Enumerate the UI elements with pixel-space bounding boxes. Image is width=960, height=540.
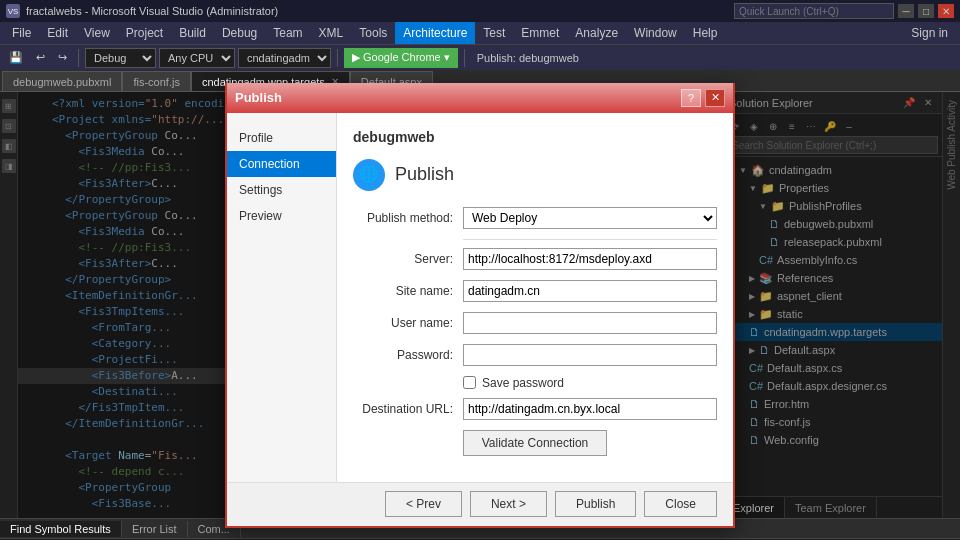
site-name-label: Site name: xyxy=(353,284,463,298)
menu-window[interactable]: Window xyxy=(626,22,685,44)
menu-test[interactable]: Test xyxy=(475,22,513,44)
config-select[interactable]: Debug Release xyxy=(85,48,156,68)
dialog-body: Profile Connection Settings Preview debu… xyxy=(227,113,733,482)
close-dialog-footer-button[interactable]: Close xyxy=(644,491,717,517)
menu-team[interactable]: Team xyxy=(265,22,310,44)
vs-icon: VS xyxy=(6,4,20,18)
tab-label: debugmweb.pubxml xyxy=(13,76,111,88)
server-input[interactable] xyxy=(463,248,717,270)
toolbar-save[interactable]: 💾 xyxy=(4,48,28,67)
main-area: ⊞ ⊡ ◧ ◨ <?xml version="1.0" encoding="ut… xyxy=(0,92,960,518)
maximize-button[interactable]: □ xyxy=(918,4,934,18)
publish-method-select[interactable]: Web Deploy xyxy=(463,207,717,229)
validate-connection-button[interactable]: Validate Connection xyxy=(463,430,608,456)
menu-analyze[interactable]: Analyze xyxy=(567,22,626,44)
dialog-header-row: 🌐 Publish xyxy=(353,159,717,191)
title-bar-right: ─ □ ✕ xyxy=(734,3,954,19)
publish-method-label: Publish method: xyxy=(353,211,463,225)
toolbar-sep1 xyxy=(78,49,79,67)
server-row: Server: xyxy=(353,248,717,270)
dialog-close-button[interactable]: ✕ xyxy=(705,89,725,107)
app-title: fractalwebs - Microsoft Visual Studio (A… xyxy=(26,5,278,17)
platform-select[interactable]: Any CPU xyxy=(159,48,235,68)
toolbar-undo[interactable]: ↩ xyxy=(31,48,50,67)
dialog-project-name: debugmweb xyxy=(353,129,717,145)
nav-preview[interactable]: Preview xyxy=(227,203,336,229)
destination-url-row: Destination URL: xyxy=(353,398,717,420)
password-row: Password: xyxy=(353,344,717,366)
title-bar-left: VS fractalwebs - Microsoft Visual Studio… xyxy=(6,4,278,18)
password-input[interactable] xyxy=(463,344,717,366)
nav-settings[interactable]: Settings xyxy=(227,177,336,203)
menu-architecture[interactable]: Architecture xyxy=(395,22,475,44)
dialog-title-buttons: ? ✕ xyxy=(681,89,725,107)
server-label: Server: xyxy=(353,252,463,266)
menu-view[interactable]: View xyxy=(76,22,118,44)
run-button[interactable]: ▶ Google Chrome ▾ xyxy=(344,48,458,68)
dialog-sidebar: Profile Connection Settings Preview xyxy=(227,113,337,482)
toolbar-sep2 xyxy=(337,49,338,67)
publish-globe-icon: 🌐 xyxy=(353,159,385,191)
dialog-footer: < Prev Next > Publish Close xyxy=(227,482,733,526)
tab-fisconf[interactable]: fis-conf.js xyxy=(122,71,190,91)
menu-build[interactable]: Build xyxy=(171,22,214,44)
toolbar-redo[interactable]: ↪ xyxy=(53,48,72,67)
dialog-title: Publish xyxy=(235,90,282,105)
menu-edit[interactable]: Edit xyxy=(39,22,76,44)
menu-file[interactable]: File xyxy=(4,22,39,44)
password-label: Password: xyxy=(353,348,463,362)
menu-debug[interactable]: Debug xyxy=(214,22,265,44)
minimize-button[interactable]: ─ xyxy=(898,4,914,18)
close-button[interactable]: ✕ xyxy=(938,4,954,18)
quick-launch-input[interactable] xyxy=(734,3,894,19)
save-password-row: Save password xyxy=(463,376,717,390)
next-button[interactable]: Next > xyxy=(470,491,547,517)
dialog-main-content: debugmweb 🌐 Publish Publish method: Web … xyxy=(337,113,733,482)
publish-label: Publish: debugmweb xyxy=(477,52,579,64)
site-name-input[interactable] xyxy=(463,280,717,302)
menu-project[interactable]: Project xyxy=(118,22,171,44)
tab-label: fis-conf.js xyxy=(133,76,179,88)
destination-url-label: Destination URL: xyxy=(353,402,463,416)
dialog-titlebar: Publish ? ✕ xyxy=(227,83,733,113)
menu-tools[interactable]: Tools xyxy=(351,22,395,44)
dialog-help-button[interactable]: ? xyxy=(681,89,701,107)
user-name-input[interactable] xyxy=(463,312,717,334)
nav-profile[interactable]: Profile xyxy=(227,125,336,151)
title-bar: VS fractalwebs - Microsoft Visual Studio… xyxy=(0,0,960,22)
menu-xml[interactable]: XML xyxy=(311,22,352,44)
save-password-checkbox[interactable] xyxy=(463,376,476,389)
site-name-row: Site name: xyxy=(353,280,717,302)
dialog-publish-title: Publish xyxy=(395,164,454,185)
publish-method-row: Publish method: Web Deploy xyxy=(353,207,717,229)
project-select[interactable]: cndatingadm xyxy=(238,48,331,68)
save-password-label: Save password xyxy=(482,376,564,390)
user-name-label: User name: xyxy=(353,316,463,330)
tab-debugmweb[interactable]: debugmweb.pubxml xyxy=(2,71,122,91)
publish-dialog: Publish ? ✕ Profile Connection Settings … xyxy=(225,83,735,528)
prev-button[interactable]: < Prev xyxy=(385,491,462,517)
dialog-overlay: Publish ? ✕ Profile Connection Settings … xyxy=(0,92,960,518)
destination-url-input[interactable] xyxy=(463,398,717,420)
publish-button[interactable]: Publish xyxy=(555,491,636,517)
bottom-tab-error-list[interactable]: Error List xyxy=(122,521,188,537)
toolbar: 💾 ↩ ↪ Debug Release Any CPU cndatingadm … xyxy=(0,44,960,70)
menu-signin[interactable]: Sign in xyxy=(903,22,956,44)
menu-emmet[interactable]: Emmet xyxy=(513,22,567,44)
bottom-tab-find-symbol[interactable]: Find Symbol Results xyxy=(0,521,122,537)
menu-help[interactable]: Help xyxy=(685,22,726,44)
toolbar-sep3 xyxy=(464,49,465,67)
menu-bar: File Edit View Project Build Debug Team … xyxy=(0,22,960,44)
nav-connection[interactable]: Connection xyxy=(227,151,336,177)
user-name-row: User name: xyxy=(353,312,717,334)
